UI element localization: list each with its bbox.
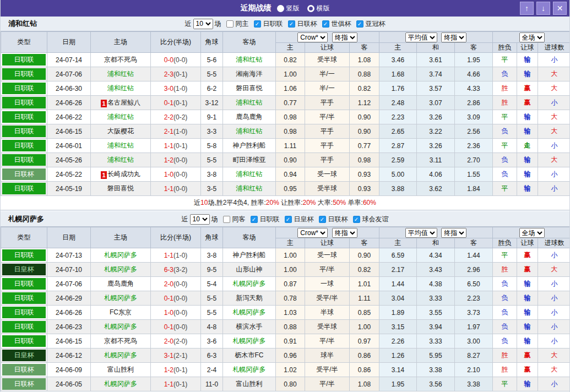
scope-select[interactable]: 全场 — [519, 32, 545, 42]
radio-selected-icon[interactable] — [277, 5, 284, 12]
near-count-select[interactable]: 10 — [193, 19, 213, 29]
handicap-result-value: 输 — [524, 308, 531, 316]
league-label[interactable]: 日职联 — [260, 215, 280, 224]
summary-segment: 20% — [266, 199, 279, 206]
home-odds: 1.02 — [276, 363, 305, 377]
home-team: 鹿岛鹿角 — [91, 277, 151, 291]
home-team-name: 磐田喜悦 — [107, 184, 134, 192]
halftime-score: (2-0) — [173, 337, 187, 345]
match-type-cell: 日职联 — [1, 306, 47, 320]
goals-value: 小 — [551, 251, 558, 259]
goals-value: 大 — [551, 351, 558, 359]
handicap-line: 半/一 — [305, 81, 350, 96]
league-label[interactable]: 日皇杯 — [294, 215, 314, 224]
goals-value: 小 — [551, 170, 558, 178]
league-checkbox[interactable]: ✓ — [319, 216, 326, 223]
league-label[interactable]: 日联杯 — [328, 215, 348, 224]
away-team-name: 横滨水手 — [236, 323, 263, 330]
match-date: 24-06-23 — [47, 320, 91, 334]
same-venue-label[interactable]: 同主 — [236, 19, 249, 29]
handicap-result-value: 输 — [524, 337, 531, 345]
away-odds: 0.85 — [350, 306, 379, 320]
home-odds: 0.91 — [276, 334, 305, 349]
avg-group-header: 平均值 终指 — [379, 32, 493, 43]
same-venue-checkbox[interactable] — [226, 20, 234, 28]
league-checkbox[interactable]: ✓ — [251, 216, 258, 223]
goals-cell: 小 — [538, 291, 570, 306]
summary-segment: 大率: — [316, 199, 333, 206]
halftime-score: (0-0) — [173, 171, 187, 178]
match-date: 24-06-26 — [47, 306, 91, 320]
league-checkbox[interactable]: ✓ — [285, 216, 292, 223]
avg-time-select[interactable]: 终指 — [441, 32, 466, 42]
goals-cell: 小 — [538, 53, 570, 67]
close-button[interactable]: ✕ — [553, 2, 567, 15]
goals-value: 小 — [551, 99, 558, 106]
home-team: 浦和红钻 — [91, 139, 151, 153]
subcol-odds-home: 主 — [276, 238, 305, 248]
same-venue-label[interactable]: 同客 — [232, 215, 246, 224]
odds-time-select[interactable]: 终指 — [332, 228, 357, 238]
radio-horizontal[interactable]: 横版 — [307, 4, 330, 13]
match-score: 1-2(0-0) — [151, 153, 201, 167]
move-down-button[interactable]: ↓ — [536, 2, 550, 15]
league-label[interactable]: 世俱杯 — [332, 19, 351, 29]
radio-unselected-icon[interactable] — [307, 5, 314, 12]
halftime-score: (0-1) — [173, 99, 187, 107]
league-checkbox[interactable]: ✓ — [322, 20, 329, 28]
table-row: 日职联24-06-261名古屋鲸八0-1(0-1)3-12浦和红钻0.77平手1… — [1, 96, 570, 110]
away-team: 新泻天鹅 — [223, 291, 276, 306]
scope-select[interactable]: 全场 — [519, 228, 545, 238]
radio-vertical[interactable]: 竖版 — [277, 4, 300, 13]
league-label[interactable]: 球会友谊 — [362, 215, 389, 224]
away-team-name: 札幌冈萨多 — [233, 366, 266, 373]
near-count-select[interactable]: 10 — [190, 214, 210, 225]
fulltime-score: 1-0 — [164, 171, 173, 178]
home-team: 京都不死鸟 — [91, 53, 151, 67]
result-cell: 平 — [493, 139, 517, 153]
away-team-name: 札幌冈萨多 — [233, 308, 266, 316]
avg-away-odds: 1.55 — [455, 167, 493, 182]
odds-source-select[interactable]: Crow* — [297, 228, 328, 238]
fulltime-score: 1-1 — [164, 142, 173, 150]
home-team-name: 京都不死鸟 — [104, 56, 137, 63]
move-up-button[interactable]: ↑ — [520, 2, 534, 15]
league-checkbox[interactable]: ✓ — [356, 20, 363, 28]
team-section-urawa: 浦和红钻 近10场同主✓日职联✓日联杯✓世俱杯✓亚冠杯 类型 日期 主场 比分(… — [1, 17, 569, 210]
handicap-line: 受半球 — [305, 320, 350, 334]
away-odds: 1.11 — [350, 291, 379, 306]
odds-source-select[interactable]: Crow* — [297, 32, 328, 42]
goals-value: 大 — [551, 70, 558, 78]
halftime-score: (1-0) — [173, 85, 187, 92]
same-venue-checkbox[interactable] — [223, 216, 230, 223]
league-label[interactable]: 日联杯 — [297, 19, 317, 29]
away-odds: 0.82 — [350, 81, 379, 96]
home-team: 浦和红钻 — [91, 67, 151, 81]
table-row: 日职联24-06-15大阪樱花2-1(1-0)3-3浦和红钻0.98平手0.90… — [1, 124, 570, 139]
away-odds: 0.90 — [350, 110, 379, 124]
avg-source-select[interactable]: 平均值 — [405, 228, 437, 238]
odds-time-select[interactable]: 终指 — [332, 32, 357, 42]
fulltime-score: 2-0 — [164, 280, 173, 288]
away-team: 浦和红钻 — [223, 53, 276, 67]
away-odds: 1.01 — [350, 277, 379, 291]
result-cell: 胜 — [493, 263, 517, 277]
home-team-name: FC东京 — [110, 308, 132, 316]
fulltime-score: 1-2 — [164, 156, 173, 164]
handicap-result-value: 输 — [524, 127, 531, 135]
avg-source-select[interactable]: 平均值 — [405, 32, 437, 42]
away-team: 札幌冈萨多 — [223, 334, 276, 349]
away-odds: 0.93 — [350, 182, 379, 196]
avg-time-select[interactable]: 终指 — [441, 228, 466, 238]
result-value: 平 — [502, 141, 508, 149]
league-checkbox[interactable]: ✓ — [353, 216, 360, 223]
league-label[interactable]: 日职联 — [263, 19, 283, 29]
match-score: 0-1(0-0) — [151, 291, 201, 306]
result-cell: 负 — [493, 153, 517, 167]
handicap-result-value: 输 — [524, 280, 531, 287]
league-checkbox[interactable]: ✓ — [254, 20, 261, 28]
avg-draw-odds: 4.06 — [417, 167, 455, 182]
league-label[interactable]: 亚冠杯 — [366, 19, 386, 29]
league-checkbox[interactable]: ✓ — [288, 20, 295, 28]
home-team-name: 札幌冈萨多 — [104, 351, 137, 359]
